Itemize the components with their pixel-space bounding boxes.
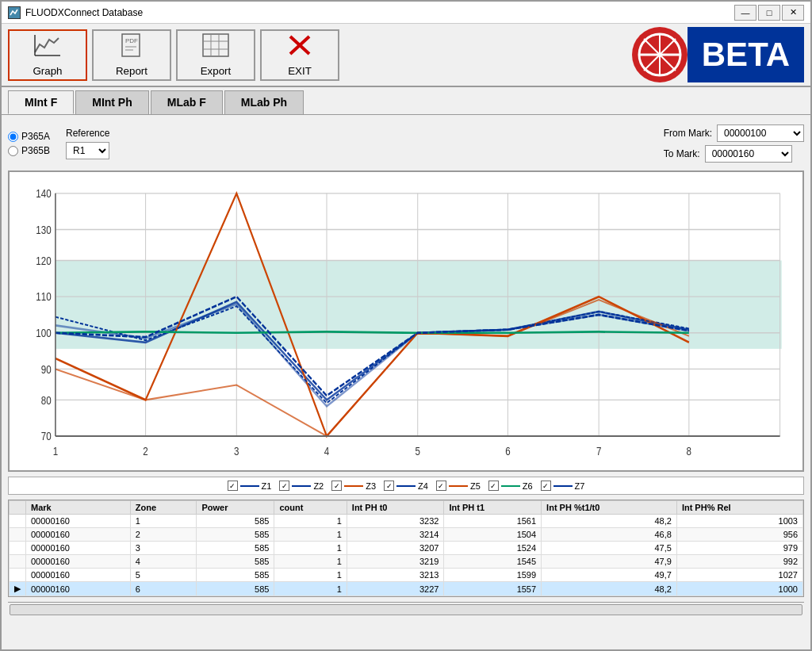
cell-pct: 48,2 [542, 582, 677, 596]
cell-t0: 3207 [347, 542, 444, 555]
svg-text:6: 6 [505, 445, 510, 458]
report-button-label: Report [116, 65, 147, 77]
cell-rel: 992 [676, 555, 802, 569]
legend-z3-check[interactable]: ✓ [331, 481, 342, 491]
p365b-radio-item[interactable]: P365B [8, 145, 50, 156]
cell-count: 1 [274, 542, 347, 555]
p365b-radio[interactable] [8, 146, 18, 156]
cell-t0: 3219 [347, 555, 444, 569]
data-table: Mark Zone Power count Int PH t0 Int PH t… [8, 500, 804, 597]
col-header-mark[interactable]: Mark [26, 501, 131, 515]
cell-zone: 1 [130, 515, 197, 528]
tab-mint-f[interactable]: MInt F [8, 90, 74, 114]
table-row[interactable]: 00000160 2 585 1 3214 1504 46,8 956 [10, 528, 803, 542]
legend-z1[interactable]: ✓ Z1 [228, 481, 272, 491]
cell-zone: 5 [130, 569, 197, 582]
exit-icon [285, 33, 314, 62]
cell-pct: 48,2 [542, 515, 677, 528]
legend-z7-check[interactable]: ✓ [541, 481, 551, 491]
cell-mark: 00000160 [26, 515, 131, 528]
table-row[interactable]: 00000160 5 585 1 3213 1599 49,7 1027 [10, 569, 803, 582]
exit-button[interactable]: EXIT [260, 29, 339, 81]
table-row[interactable]: 00000160 3 585 1 3207 1524 47,5 979 [10, 542, 803, 555]
cell-mark: 00000160 [26, 582, 131, 596]
cell-pct: 46,8 [542, 528, 677, 542]
legend-z1-check[interactable]: ✓ [228, 481, 238, 491]
col-header-power[interactable]: Power [197, 501, 274, 515]
export-button[interactable]: Export [176, 29, 255, 81]
svg-text:8: 8 [687, 445, 691, 458]
svg-text:4: 4 [324, 445, 329, 458]
graph-icon [33, 33, 62, 62]
p365a-radio[interactable] [8, 132, 18, 142]
cell-t1: 1524 [444, 542, 542, 555]
graph-button[interactable]: Graph [8, 29, 87, 81]
p365a-label: P365A [21, 131, 50, 142]
col-header-t1[interactable]: Int PH t1 [444, 501, 542, 515]
cell-t1: 1561 [444, 515, 542, 528]
legend-z5[interactable]: ✓ Z5 [436, 481, 481, 491]
title-bar-controls: — □ ✕ [734, 5, 804, 21]
col-header-zone[interactable]: Zone [130, 501, 197, 515]
cell-t1: 1557 [444, 582, 542, 596]
window-title: FLUODXConnect Database [25, 7, 143, 18]
cell-t1: 1504 [444, 528, 542, 542]
legend-z2-check[interactable]: ✓ [279, 481, 289, 491]
cell-rel: 1003 [676, 515, 802, 528]
legend-z6-check[interactable]: ✓ [488, 481, 499, 491]
mark-group: From Mark: 00000100 To Mark: 00000160 [664, 124, 804, 163]
export-button-label: Export [201, 65, 232, 77]
cell-count: 1 [274, 515, 347, 528]
table-row[interactable]: 00000160 1 585 1 3232 1561 48,2 1003 [10, 515, 803, 528]
svg-text:80: 80 [41, 393, 52, 407]
from-mark-select[interactable]: 00000100 [717, 124, 804, 142]
tab-mlab-ph[interactable]: MLab Ph [224, 90, 304, 114]
report-icon: PDF [119, 33, 144, 62]
col-header-count[interactable]: count [274, 501, 347, 515]
toolbar: Graph PDF Report [2, 24, 810, 87]
tab-mint-ph[interactable]: MInt Ph [75, 90, 149, 114]
app-icon [8, 6, 21, 19]
cell-count: 1 [274, 569, 347, 582]
cell-t0: 3214 [347, 528, 444, 542]
cell-mark: 00000160 [26, 569, 131, 582]
minimize-button[interactable]: — [734, 5, 756, 21]
cell-mark: 00000160 [26, 555, 131, 569]
col-header-pct[interactable]: Int PH %t1/t0 [542, 501, 677, 515]
row-arrow [10, 542, 26, 555]
table-row[interactable]: ▶ 00000160 6 585 1 3227 1557 48,2 1000 [10, 582, 803, 596]
to-mark-select[interactable]: 00000160 [705, 145, 792, 163]
reference-group: Reference R1 [66, 128, 109, 159]
svg-text:100: 100 [36, 327, 51, 340]
legend-z4-check[interactable]: ✓ [384, 481, 394, 491]
cell-zone: 4 [130, 555, 197, 569]
legend-z3[interactable]: ✓ Z3 [331, 481, 376, 491]
reference-select[interactable]: R1 [66, 142, 109, 159]
chart-area: 140 130 120 110 100 90 80 70 1 2 3 4 5 6… [8, 170, 804, 472]
legend-z4-label: Z4 [418, 481, 428, 491]
cell-t1: 1599 [444, 569, 542, 582]
cell-pct: 49,7 [542, 569, 677, 582]
maximize-button[interactable]: □ [758, 5, 780, 21]
cell-zone: 3 [130, 542, 197, 555]
horizontal-scrollbar[interactable] [10, 604, 802, 615]
legend-z6[interactable]: ✓ Z6 [488, 481, 533, 491]
legend-z2[interactable]: ✓ Z2 [279, 481, 324, 491]
col-header-arrow [10, 501, 26, 515]
tab-mlab-f[interactable]: MLab F [151, 90, 223, 114]
col-header-rel[interactable]: Int PH% Rel [676, 501, 802, 515]
cell-count: 1 [274, 555, 347, 569]
cell-zone: 2 [130, 528, 197, 542]
svg-text:PDF: PDF [125, 37, 138, 44]
col-header-t0[interactable]: Int PH t0 [347, 501, 444, 515]
close-button[interactable]: ✕ [782, 5, 804, 21]
p365a-radio-item[interactable]: P365A [8, 131, 50, 142]
report-button[interactable]: PDF Report [92, 29, 171, 81]
legend-z7-label: Z7 [575, 481, 585, 491]
legend-z4[interactable]: ✓ Z4 [384, 481, 428, 491]
title-bar: FLUODXConnect Database — □ ✕ [2, 2, 810, 24]
cell-power: 585 [197, 542, 274, 555]
legend-z7[interactable]: ✓ Z7 [541, 481, 585, 491]
table-row[interactable]: 00000160 4 585 1 3219 1545 47,9 992 [10, 555, 803, 569]
legend-z5-check[interactable]: ✓ [436, 481, 446, 491]
